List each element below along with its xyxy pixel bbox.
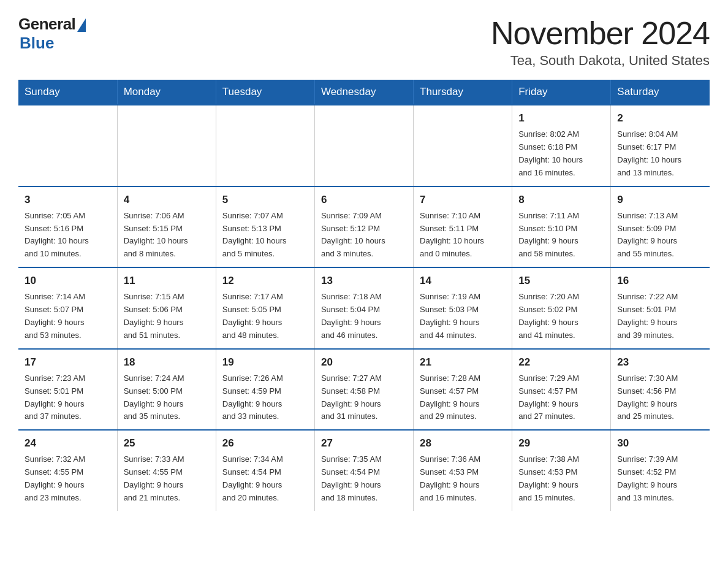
day-info: Sunrise: 7:19 AM Sunset: 5:03 PM Dayligh… bbox=[420, 291, 506, 342]
weekday-header-tuesday: Tuesday bbox=[216, 80, 314, 105]
day-number: 6 bbox=[321, 192, 407, 208]
weekday-header-sunday: Sunday bbox=[18, 80, 117, 105]
day-number: 17 bbox=[25, 354, 111, 370]
day-number: 10 bbox=[25, 273, 111, 289]
calendar-cell: 1Sunrise: 8:02 AM Sunset: 6:18 PM Daylig… bbox=[512, 105, 611, 186]
calendar-cell: 16Sunrise: 7:22 AM Sunset: 5:01 PM Dayli… bbox=[611, 267, 710, 349]
day-number: 29 bbox=[518, 435, 604, 451]
day-info: Sunrise: 7:18 AM Sunset: 5:04 PM Dayligh… bbox=[321, 291, 407, 342]
calendar-cell: 20Sunrise: 7:27 AM Sunset: 4:58 PM Dayli… bbox=[314, 349, 413, 431]
calendar-header: SundayMondayTuesdayWednesdayThursdayFrid… bbox=[18, 80, 710, 105]
calendar-cell: 26Sunrise: 7:34 AM Sunset: 4:54 PM Dayli… bbox=[216, 430, 314, 511]
day-info: Sunrise: 7:14 AM Sunset: 5:07 PM Dayligh… bbox=[25, 291, 111, 342]
day-number: 19 bbox=[222, 354, 308, 370]
calendar-cell: 28Sunrise: 7:36 AM Sunset: 4:53 PM Dayli… bbox=[414, 430, 512, 511]
weekday-header-wednesday: Wednesday bbox=[314, 80, 413, 105]
day-info: Sunrise: 7:27 AM Sunset: 4:58 PM Dayligh… bbox=[321, 372, 407, 423]
day-number: 15 bbox=[518, 273, 604, 289]
calendar-cell: 3Sunrise: 7:05 AM Sunset: 5:16 PM Daylig… bbox=[18, 186, 117, 268]
calendar-cell: 4Sunrise: 7:06 AM Sunset: 5:15 PM Daylig… bbox=[117, 186, 216, 268]
weekday-header-monday: Monday bbox=[117, 80, 216, 105]
day-number: 30 bbox=[617, 435, 703, 451]
day-info: Sunrise: 7:22 AM Sunset: 5:01 PM Dayligh… bbox=[617, 291, 703, 342]
day-number: 8 bbox=[518, 192, 604, 208]
calendar-cell: 2Sunrise: 8:04 AM Sunset: 6:17 PM Daylig… bbox=[611, 105, 710, 186]
day-number: 16 bbox=[617, 273, 703, 289]
day-number: 9 bbox=[617, 192, 703, 208]
calendar-week-row: 24Sunrise: 7:32 AM Sunset: 4:55 PM Dayli… bbox=[18, 430, 710, 511]
day-number: 20 bbox=[321, 354, 407, 370]
calendar-cell bbox=[314, 105, 413, 186]
day-number: 13 bbox=[321, 273, 407, 289]
calendar-title: November 2024 bbox=[491, 15, 710, 52]
day-info: Sunrise: 7:15 AM Sunset: 5:06 PM Dayligh… bbox=[124, 291, 210, 342]
day-info: Sunrise: 7:39 AM Sunset: 4:52 PM Dayligh… bbox=[617, 453, 703, 504]
day-info: Sunrise: 7:20 AM Sunset: 5:02 PM Dayligh… bbox=[518, 291, 604, 342]
day-info: Sunrise: 7:34 AM Sunset: 4:54 PM Dayligh… bbox=[222, 453, 308, 504]
day-number: 18 bbox=[124, 354, 210, 370]
day-info: Sunrise: 7:26 AM Sunset: 4:59 PM Dayligh… bbox=[222, 372, 308, 423]
calendar-cell bbox=[18, 105, 117, 186]
calendar-cell: 10Sunrise: 7:14 AM Sunset: 5:07 PM Dayli… bbox=[18, 267, 117, 349]
calendar-week-row: 17Sunrise: 7:23 AM Sunset: 5:01 PM Dayli… bbox=[18, 349, 710, 431]
day-info: Sunrise: 7:13 AM Sunset: 5:09 PM Dayligh… bbox=[617, 210, 703, 261]
day-number: 26 bbox=[222, 435, 308, 451]
calendar-cell: 24Sunrise: 7:32 AM Sunset: 4:55 PM Dayli… bbox=[18, 430, 117, 511]
day-info: Sunrise: 7:09 AM Sunset: 5:12 PM Dayligh… bbox=[321, 210, 407, 261]
day-info: Sunrise: 7:24 AM Sunset: 5:00 PM Dayligh… bbox=[124, 372, 210, 423]
day-info: Sunrise: 7:30 AM Sunset: 4:56 PM Dayligh… bbox=[617, 372, 703, 423]
calendar-body: 1Sunrise: 8:02 AM Sunset: 6:18 PM Daylig… bbox=[18, 105, 710, 511]
day-number: 2 bbox=[617, 110, 703, 126]
calendar-week-row: 1Sunrise: 8:02 AM Sunset: 6:18 PM Daylig… bbox=[18, 105, 710, 186]
calendar-cell: 9Sunrise: 7:13 AM Sunset: 5:09 PM Daylig… bbox=[611, 186, 710, 268]
day-number: 27 bbox=[321, 435, 407, 451]
day-number: 22 bbox=[518, 354, 604, 370]
day-number: 25 bbox=[124, 435, 210, 451]
day-number: 3 bbox=[25, 192, 111, 208]
day-info: Sunrise: 8:04 AM Sunset: 6:17 PM Dayligh… bbox=[617, 128, 703, 179]
header: General Blue November 2024 Tea, South Da… bbox=[18, 15, 710, 69]
day-info: Sunrise: 7:38 AM Sunset: 4:53 PM Dayligh… bbox=[518, 453, 604, 504]
calendar-cell: 13Sunrise: 7:18 AM Sunset: 5:04 PM Dayli… bbox=[314, 267, 413, 349]
day-info: Sunrise: 7:28 AM Sunset: 4:57 PM Dayligh… bbox=[420, 372, 506, 423]
day-number: 5 bbox=[222, 192, 308, 208]
day-info: Sunrise: 7:35 AM Sunset: 4:54 PM Dayligh… bbox=[321, 453, 407, 504]
day-info: Sunrise: 7:10 AM Sunset: 5:11 PM Dayligh… bbox=[420, 210, 506, 261]
calendar-cell: 12Sunrise: 7:17 AM Sunset: 5:05 PM Dayli… bbox=[216, 267, 314, 349]
logo: General Blue bbox=[18, 15, 86, 53]
calendar-cell: 29Sunrise: 7:38 AM Sunset: 4:53 PM Dayli… bbox=[512, 430, 611, 511]
calendar-cell: 23Sunrise: 7:30 AM Sunset: 4:56 PM Dayli… bbox=[611, 349, 710, 431]
day-number: 21 bbox=[420, 354, 506, 370]
weekday-header-friday: Friday bbox=[512, 80, 611, 105]
day-number: 12 bbox=[222, 273, 308, 289]
day-info: Sunrise: 7:17 AM Sunset: 5:05 PM Dayligh… bbox=[222, 291, 308, 342]
page: General Blue November 2024 Tea, South Da… bbox=[0, 0, 728, 529]
day-number: 7 bbox=[420, 192, 506, 208]
day-info: Sunrise: 7:33 AM Sunset: 4:55 PM Dayligh… bbox=[124, 453, 210, 504]
day-number: 28 bbox=[420, 435, 506, 451]
logo-general-text: General bbox=[18, 15, 75, 34]
day-info: Sunrise: 7:06 AM Sunset: 5:15 PM Dayligh… bbox=[124, 210, 210, 261]
logo-triangle-icon bbox=[77, 18, 86, 32]
calendar-cell: 27Sunrise: 7:35 AM Sunset: 4:54 PM Dayli… bbox=[314, 430, 413, 511]
calendar-cell: 21Sunrise: 7:28 AM Sunset: 4:57 PM Dayli… bbox=[414, 349, 512, 431]
calendar-cell: 30Sunrise: 7:39 AM Sunset: 4:52 PM Dayli… bbox=[611, 430, 710, 511]
calendar-subtitle: Tea, South Dakota, United States bbox=[491, 53, 710, 69]
day-number: 24 bbox=[25, 435, 111, 451]
calendar-week-row: 10Sunrise: 7:14 AM Sunset: 5:07 PM Dayli… bbox=[18, 267, 710, 349]
day-number: 14 bbox=[420, 273, 506, 289]
calendar-cell: 15Sunrise: 7:20 AM Sunset: 5:02 PM Dayli… bbox=[512, 267, 611, 349]
weekday-header-row: SundayMondayTuesdayWednesdayThursdayFrid… bbox=[18, 80, 710, 105]
calendar-cell: 25Sunrise: 7:33 AM Sunset: 4:55 PM Dayli… bbox=[117, 430, 216, 511]
day-number: 1 bbox=[518, 110, 604, 126]
calendar-cell bbox=[216, 105, 314, 186]
calendar-cell: 6Sunrise: 7:09 AM Sunset: 5:12 PM Daylig… bbox=[314, 186, 413, 268]
calendar-table: SundayMondayTuesdayWednesdayThursdayFrid… bbox=[18, 80, 710, 511]
day-info: Sunrise: 7:05 AM Sunset: 5:16 PM Dayligh… bbox=[25, 210, 111, 261]
calendar-cell: 11Sunrise: 7:15 AM Sunset: 5:06 PM Dayli… bbox=[117, 267, 216, 349]
calendar-cell: 14Sunrise: 7:19 AM Sunset: 5:03 PM Dayli… bbox=[414, 267, 512, 349]
logo-blue-text: Blue bbox=[20, 34, 54, 53]
day-info: Sunrise: 7:11 AM Sunset: 5:10 PM Dayligh… bbox=[518, 210, 604, 261]
day-info: Sunrise: 7:36 AM Sunset: 4:53 PM Dayligh… bbox=[420, 453, 506, 504]
calendar-cell: 8Sunrise: 7:11 AM Sunset: 5:10 PM Daylig… bbox=[512, 186, 611, 268]
